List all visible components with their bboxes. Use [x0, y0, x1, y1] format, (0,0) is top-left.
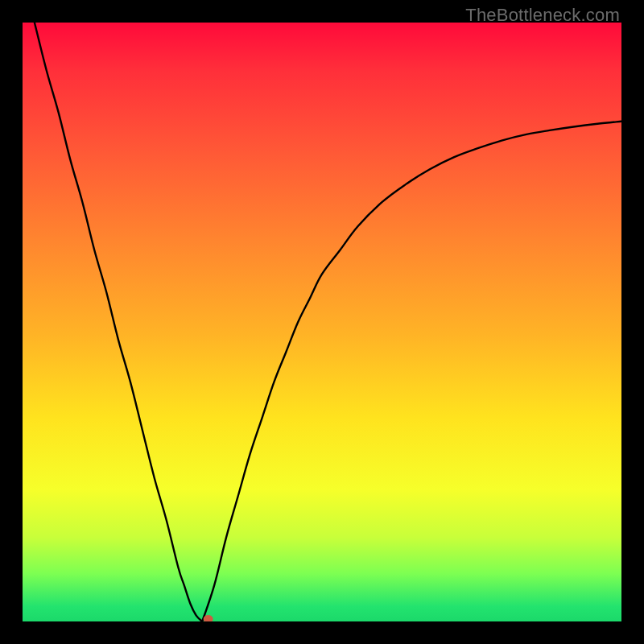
- curve-right-branch: [202, 122, 621, 621]
- curve-left-branch: [35, 23, 202, 621]
- watermark-text: TheBottleneck.com: [465, 5, 620, 26]
- marker-dot: [204, 615, 213, 621]
- chart-frame: TheBottleneck.com: [0, 0, 644, 644]
- plot-area: [23, 23, 621, 621]
- curve-svg: [23, 23, 621, 621]
